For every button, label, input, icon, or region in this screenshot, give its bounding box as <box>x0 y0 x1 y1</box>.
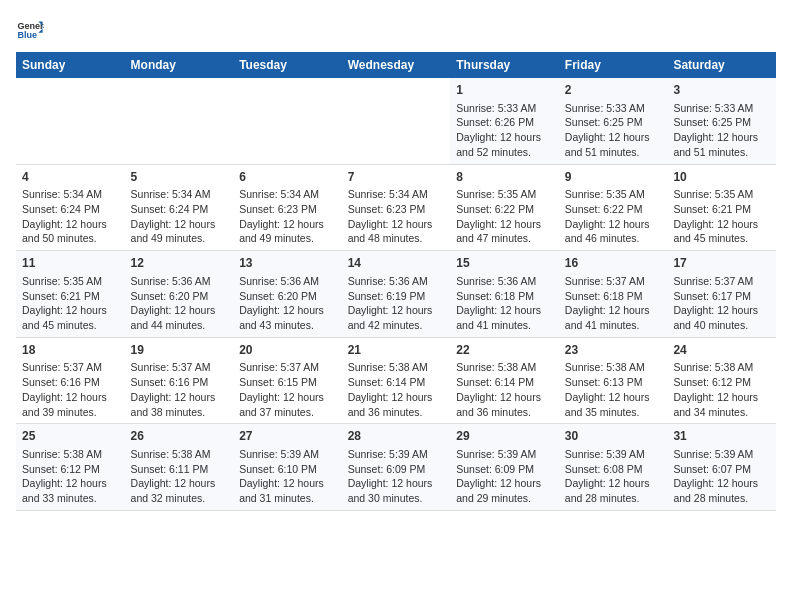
daylight-text: Daylight: 12 hours and 38 minutes. <box>131 390 228 419</box>
day-number: 30 <box>565 428 662 445</box>
sunset-text: Sunset: 6:23 PM <box>239 202 336 217</box>
header-monday: Monday <box>125 52 234 78</box>
sunset-text: Sunset: 6:20 PM <box>131 289 228 304</box>
header: General Blue <box>16 16 776 44</box>
day-number: 14 <box>348 255 445 272</box>
sunrise-text: Sunrise: 5:37 AM <box>131 360 228 375</box>
sunrise-text: Sunrise: 5:34 AM <box>131 187 228 202</box>
day-number: 27 <box>239 428 336 445</box>
week-row-3: 11Sunrise: 5:35 AMSunset: 6:21 PMDayligh… <box>16 251 776 338</box>
sunset-text: Sunset: 6:25 PM <box>673 115 770 130</box>
calendar-cell: 16Sunrise: 5:37 AMSunset: 6:18 PMDayligh… <box>559 251 668 338</box>
sunset-text: Sunset: 6:20 PM <box>239 289 336 304</box>
sunrise-text: Sunrise: 5:35 AM <box>565 187 662 202</box>
calendar-cell: 4Sunrise: 5:34 AMSunset: 6:24 PMDaylight… <box>16 164 125 251</box>
header-friday: Friday <box>559 52 668 78</box>
calendar-cell <box>233 78 342 164</box>
day-number: 17 <box>673 255 770 272</box>
sunrise-text: Sunrise: 5:38 AM <box>673 360 770 375</box>
daylight-text: Daylight: 12 hours and 39 minutes. <box>22 390 119 419</box>
sunset-text: Sunset: 6:25 PM <box>565 115 662 130</box>
calendar-cell: 19Sunrise: 5:37 AMSunset: 6:16 PMDayligh… <box>125 337 234 424</box>
sunset-text: Sunset: 6:21 PM <box>673 202 770 217</box>
header-wednesday: Wednesday <box>342 52 451 78</box>
sunset-text: Sunset: 6:24 PM <box>22 202 119 217</box>
sunrise-text: Sunrise: 5:37 AM <box>22 360 119 375</box>
week-row-4: 18Sunrise: 5:37 AMSunset: 6:16 PMDayligh… <box>16 337 776 424</box>
daylight-text: Daylight: 12 hours and 31 minutes. <box>239 476 336 505</box>
sunset-text: Sunset: 6:09 PM <box>456 462 553 477</box>
day-number: 4 <box>22 169 119 186</box>
calendar-cell: 31Sunrise: 5:39 AMSunset: 6:07 PMDayligh… <box>667 424 776 511</box>
daylight-text: Daylight: 12 hours and 45 minutes. <box>673 217 770 246</box>
day-number: 2 <box>565 82 662 99</box>
daylight-text: Daylight: 12 hours and 50 minutes. <box>22 217 119 246</box>
day-number: 5 <box>131 169 228 186</box>
sunset-text: Sunset: 6:22 PM <box>456 202 553 217</box>
daylight-text: Daylight: 12 hours and 28 minutes. <box>673 476 770 505</box>
daylight-text: Daylight: 12 hours and 36 minutes. <box>456 390 553 419</box>
calendar-table: SundayMondayTuesdayWednesdayThursdayFrid… <box>16 52 776 511</box>
sunrise-text: Sunrise: 5:35 AM <box>456 187 553 202</box>
sunrise-text: Sunrise: 5:39 AM <box>565 447 662 462</box>
sunset-text: Sunset: 6:18 PM <box>456 289 553 304</box>
sunrise-text: Sunrise: 5:39 AM <box>239 447 336 462</box>
sunset-text: Sunset: 6:11 PM <box>131 462 228 477</box>
calendar-cell: 15Sunrise: 5:36 AMSunset: 6:18 PMDayligh… <box>450 251 559 338</box>
daylight-text: Daylight: 12 hours and 47 minutes. <box>456 217 553 246</box>
calendar-cell: 20Sunrise: 5:37 AMSunset: 6:15 PMDayligh… <box>233 337 342 424</box>
sunrise-text: Sunrise: 5:33 AM <box>565 101 662 116</box>
daylight-text: Daylight: 12 hours and 49 minutes. <box>131 217 228 246</box>
daylight-text: Daylight: 12 hours and 33 minutes. <box>22 476 119 505</box>
day-number: 23 <box>565 342 662 359</box>
sunset-text: Sunset: 6:17 PM <box>673 289 770 304</box>
calendar-cell: 21Sunrise: 5:38 AMSunset: 6:14 PMDayligh… <box>342 337 451 424</box>
day-number: 19 <box>131 342 228 359</box>
sunset-text: Sunset: 6:18 PM <box>565 289 662 304</box>
header-saturday: Saturday <box>667 52 776 78</box>
sunset-text: Sunset: 6:08 PM <box>565 462 662 477</box>
logo: General Blue <box>16 16 44 44</box>
sunrise-text: Sunrise: 5:39 AM <box>348 447 445 462</box>
calendar-cell: 27Sunrise: 5:39 AMSunset: 6:10 PMDayligh… <box>233 424 342 511</box>
sunset-text: Sunset: 6:14 PM <box>456 375 553 390</box>
day-number: 7 <box>348 169 445 186</box>
sunset-text: Sunset: 6:09 PM <box>348 462 445 477</box>
sunrise-text: Sunrise: 5:34 AM <box>239 187 336 202</box>
day-number: 6 <box>239 169 336 186</box>
calendar-cell: 11Sunrise: 5:35 AMSunset: 6:21 PMDayligh… <box>16 251 125 338</box>
calendar-cell: 8Sunrise: 5:35 AMSunset: 6:22 PMDaylight… <box>450 164 559 251</box>
calendar-cell: 22Sunrise: 5:38 AMSunset: 6:14 PMDayligh… <box>450 337 559 424</box>
calendar-cell: 3Sunrise: 5:33 AMSunset: 6:25 PMDaylight… <box>667 78 776 164</box>
sunrise-text: Sunrise: 5:37 AM <box>565 274 662 289</box>
calendar-cell: 29Sunrise: 5:39 AMSunset: 6:09 PMDayligh… <box>450 424 559 511</box>
daylight-text: Daylight: 12 hours and 40 minutes. <box>673 303 770 332</box>
daylight-text: Daylight: 12 hours and 36 minutes. <box>348 390 445 419</box>
day-number: 24 <box>673 342 770 359</box>
calendar-header: SundayMondayTuesdayWednesdayThursdayFrid… <box>16 52 776 78</box>
day-number: 8 <box>456 169 553 186</box>
day-number: 3 <box>673 82 770 99</box>
sunrise-text: Sunrise: 5:33 AM <box>673 101 770 116</box>
day-number: 20 <box>239 342 336 359</box>
day-number: 26 <box>131 428 228 445</box>
daylight-text: Daylight: 12 hours and 45 minutes. <box>22 303 119 332</box>
logo-icon: General Blue <box>16 16 44 44</box>
sunrise-text: Sunrise: 5:35 AM <box>22 274 119 289</box>
daylight-text: Daylight: 12 hours and 51 minutes. <box>565 130 662 159</box>
week-row-5: 25Sunrise: 5:38 AMSunset: 6:12 PMDayligh… <box>16 424 776 511</box>
daylight-text: Daylight: 12 hours and 42 minutes. <box>348 303 445 332</box>
sunset-text: Sunset: 6:19 PM <box>348 289 445 304</box>
calendar-cell: 9Sunrise: 5:35 AMSunset: 6:22 PMDaylight… <box>559 164 668 251</box>
daylight-text: Daylight: 12 hours and 37 minutes. <box>239 390 336 419</box>
day-number: 22 <box>456 342 553 359</box>
calendar-cell: 30Sunrise: 5:39 AMSunset: 6:08 PMDayligh… <box>559 424 668 511</box>
calendar-cell: 10Sunrise: 5:35 AMSunset: 6:21 PMDayligh… <box>667 164 776 251</box>
daylight-text: Daylight: 12 hours and 52 minutes. <box>456 130 553 159</box>
calendar-cell: 6Sunrise: 5:34 AMSunset: 6:23 PMDaylight… <box>233 164 342 251</box>
calendar-cell: 25Sunrise: 5:38 AMSunset: 6:12 PMDayligh… <box>16 424 125 511</box>
calendar-cell: 12Sunrise: 5:36 AMSunset: 6:20 PMDayligh… <box>125 251 234 338</box>
daylight-text: Daylight: 12 hours and 51 minutes. <box>673 130 770 159</box>
sunrise-text: Sunrise: 5:33 AM <box>456 101 553 116</box>
calendar-cell: 26Sunrise: 5:38 AMSunset: 6:11 PMDayligh… <box>125 424 234 511</box>
